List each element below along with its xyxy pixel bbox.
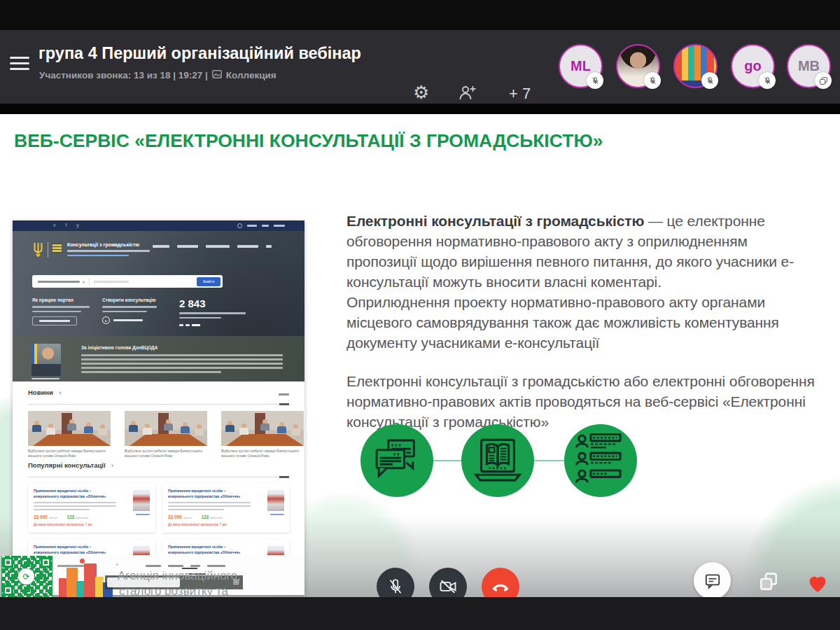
news-card: Відбулася зустріч робочої наради Бахмутс… <box>221 411 304 458</box>
news-caption: Відбулася зустріч робочої наради Бахмутс… <box>221 449 304 458</box>
call-header: група 4 Перший організаційний вебінар Уч… <box>0 30 840 104</box>
people-comments-icon <box>573 433 628 488</box>
avatar-initials: ML <box>570 58 591 74</box>
collection-label[interactable]: Коллекция <box>226 70 276 80</box>
settings-gear-icon[interactable]: ⚙ <box>413 83 429 102</box>
consultation-title: Припинення юридичної особи – комунальног… <box>168 489 251 499</box>
laptop-book-icon <box>470 433 525 488</box>
feature-circle-participants <box>564 424 637 497</box>
phone-hangup-icon <box>490 576 511 597</box>
window-top-strip <box>0 0 840 30</box>
site-brand: Консультації з громадськістю <box>33 242 150 259</box>
mic-muted-icon <box>386 578 405 596</box>
consultation-title: Припинення юридичної особи – комунальног… <box>34 489 116 499</box>
qr-code: ⟳ <box>1 556 52 597</box>
mic-muted-badge-icon <box>587 72 603 89</box>
carousel-dots <box>179 324 246 326</box>
intro-bold-text: Електронні консультації з громадськістю <box>346 213 644 229</box>
feature-connector-line <box>432 460 463 461</box>
consultation-card: Припинення юридичної особи – комунальног… <box>162 484 290 533</box>
consultation-deadline: До кінця консультації залишилось 7 дні <box>168 523 227 526</box>
paragraph-gap <box>346 353 817 371</box>
popular-divider <box>28 477 289 477</box>
trident-logo-icon <box>33 242 43 257</box>
feature-circle-discussion <box>360 424 433 497</box>
hero-column-create: Створити консультацію ▸ <box>102 298 157 324</box>
hero-column-how: Як працює портал <box>32 298 90 326</box>
news-caption: Відбулася зустріч робочої наради Бахмутс… <box>125 449 207 458</box>
participant-avatar-photo[interactable] <box>616 44 660 88</box>
screen-share-badge-icon <box>815 72 832 89</box>
news-caption: Відбулася зустріч робочої наради Бахмутс… <box>28 449 111 458</box>
consultation-thumbnail <box>133 490 150 511</box>
official-portrait-photo <box>31 344 61 376</box>
hidden-participants-count[interactable]: + 7 <box>509 85 531 103</box>
consultations-counter: 2 843 <box>179 298 246 309</box>
share-windows-button[interactable] <box>757 570 780 596</box>
popular-section-title: Популярні консультації› <box>28 461 113 469</box>
chevron-down-icon: ▾ <box>83 279 85 284</box>
social-icons: v f y <box>53 223 83 227</box>
add-participant-icon[interactable] <box>458 85 477 104</box>
site-official-section: За ініціативою голови ДонВЦОДА <box>13 336 304 382</box>
mic-muted-badge-icon <box>701 72 718 89</box>
site-social-bar: v f y <box>13 220 304 231</box>
partner-logo <box>52 244 62 253</box>
site-nav-links <box>153 245 272 248</box>
participant-avatar-go[interactable]: go <box>731 44 775 88</box>
news-photo <box>221 411 304 446</box>
feature-connector-line <box>533 460 566 461</box>
avatar-initials: go <box>744 58 761 74</box>
meeting-title: група 4 Перший організаційний вебінар <box>38 44 361 63</box>
shared-screen-slide: ВЕБ-СЕРВІС «ЕЛЕКТРОННІ КОНСУЛЬТАЦІЇ З ГР… <box>0 114 840 597</box>
taskbar <box>0 597 840 630</box>
site-topbar-right-icons <box>237 223 285 228</box>
site-hero: Консультації з громадськістю ▾ Знайти Як… <box>13 231 304 336</box>
slide-title: ВЕБ-СЕРВІС «ЕЛЕКТРОННІ КОНСУЛЬТАЦІЇ З ГР… <box>14 130 603 152</box>
feature-circle-document <box>461 424 534 497</box>
column-title: Як працює портал <box>32 298 90 302</box>
header-divider <box>0 104 840 114</box>
paragraph-publication: Оприлюднення проекту нормативно-правовог… <box>346 292 817 353</box>
site-title: Консультації з громадськістю <box>67 242 150 247</box>
site-search-bar: ▾ Знайти <box>32 275 223 288</box>
official-text-lines <box>81 354 284 375</box>
mic-muted-badge-icon <box>759 72 776 89</box>
avatar-initials: MB <box>798 58 820 74</box>
logo-divider <box>48 242 48 258</box>
consultation-deadline: До кінця консультації залишилось 7 дні <box>34 523 92 526</box>
participants-count-text: Участников звонка: 13 из 18 | 19:27 | <box>39 70 208 80</box>
reaction-heart-button[interactable] <box>805 571 830 597</box>
participant-avatar-mb[interactable]: MB <box>787 44 831 88</box>
official-section-title: За ініціативою голови ДонВЦОДА <box>81 345 158 350</box>
agency-name-line1: Агенція інноваційного, <box>118 569 241 583</box>
agency-name-line2: сталого розвитку та <box>119 584 228 597</box>
video-play-link: ▸ <box>102 316 157 324</box>
chat-icon <box>704 572 722 590</box>
paragraph-service: Електронні консультації з громадськістю … <box>346 371 817 432</box>
news-card: Відбулася зустріч робочої наради Бахмутс… <box>125 411 207 458</box>
participant-avatar-city[interactable] <box>673 44 718 88</box>
camera-off-button[interactable] <box>429 568 467 597</box>
heart-icon <box>805 571 830 595</box>
mic-mute-button[interactable] <box>377 568 414 597</box>
windows-copy-icon <box>757 570 780 593</box>
news-section-title: Новини› <box>28 388 61 396</box>
camera-off-icon <box>438 577 458 596</box>
app-window: група 4 Перший організаційний вебінар Уч… <box>0 0 840 630</box>
news-photo <box>28 411 111 446</box>
search-category-select <box>38 281 80 283</box>
meeting-subtitle: Участников звонка: 13 из 18 | 19:27 | Ко… <box>39 70 276 80</box>
search-placeholder <box>94 281 129 283</box>
chat-button[interactable] <box>694 562 731 597</box>
consultation-title: Припинення юридичної особи – комунальног… <box>168 545 251 555</box>
participant-avatar-ml[interactable]: ML <box>559 44 603 88</box>
hang-up-button[interactable] <box>482 568 519 597</box>
column-title: Створити консультацію <box>102 298 157 302</box>
slide-body-text: Електронні консультації з громадськістю … <box>346 211 817 432</box>
hero-outline-button <box>32 316 77 326</box>
collection-icon <box>212 70 222 80</box>
hamburger-menu-icon[interactable] <box>10 57 29 71</box>
qr-center-icon: ⟳ <box>18 568 34 584</box>
site-search-button: Знайти <box>197 277 220 286</box>
